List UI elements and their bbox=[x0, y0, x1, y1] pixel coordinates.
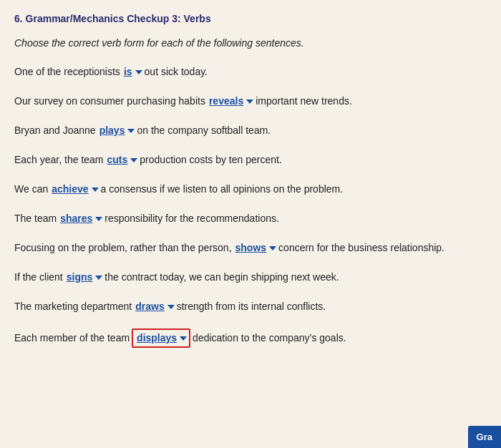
dropdown-container[interactable]: shows bbox=[234, 240, 277, 255]
sentence-before-text: Each member of the team bbox=[14, 331, 130, 346]
sentence-before-text: Our survey on consumer purchasing habits bbox=[14, 94, 205, 109]
sentence-after-text: important new trends. bbox=[256, 94, 352, 109]
sentences-container: One of the receptionists is out sick tod… bbox=[14, 63, 480, 349]
dropdown-word[interactable]: signs bbox=[65, 270, 94, 285]
dropdown-word[interactable]: displays bbox=[135, 331, 178, 346]
sentence-row: Bryan and Joanne plays on the company so… bbox=[14, 122, 480, 140]
dropdown-arrow-icon[interactable] bbox=[246, 99, 253, 104]
sentence-before-text: Bryan and Joanne bbox=[14, 123, 96, 138]
dropdown-word[interactable]: draws bbox=[134, 299, 165, 314]
dropdown-arrow-icon[interactable] bbox=[180, 336, 187, 341]
sentence-before-text: We can bbox=[14, 182, 48, 197]
sentence-row: Each member of the team displays dedicat… bbox=[14, 327, 480, 349]
sentence-before-text: Each year, the team bbox=[14, 152, 104, 167]
instruction: Choose the correct verb form for each of… bbox=[14, 37, 480, 49]
dropdown-arrow-icon[interactable] bbox=[95, 276, 102, 280]
dropdown-word[interactable]: achieve bbox=[50, 182, 89, 197]
sentence-before-text: If the client bbox=[14, 270, 63, 285]
sentence-row: Our survey on consumer purchasing habits… bbox=[14, 92, 480, 110]
dropdown-arrow-icon[interactable] bbox=[130, 158, 137, 162]
dropdown-word[interactable]: reveals bbox=[208, 94, 245, 109]
section-title: 6. Grammar/Mechanics Checkup 3: Verbs bbox=[14, 13, 480, 24]
dropdown-container[interactable]: achieve bbox=[50, 182, 98, 197]
dropdown-word[interactable]: shares bbox=[59, 211, 94, 226]
sentence-after-text: dedication to the company’s goals. bbox=[193, 331, 346, 346]
sentence-after-text: the contract today, we can begin shippin… bbox=[104, 270, 339, 285]
dropdown-arrow-icon[interactable] bbox=[92, 188, 99, 192]
dropdown-container[interactable]: cuts bbox=[106, 152, 138, 167]
sentence-row: The marketing department draws strength … bbox=[14, 298, 480, 316]
dropdown-arrow-icon[interactable] bbox=[95, 217, 102, 221]
dropdown-arrow-icon[interactable] bbox=[127, 129, 135, 133]
sentence-after-text: a consensus if we listen to all opinions… bbox=[101, 182, 344, 197]
sentence-after-text: production costs by ten percent. bbox=[140, 152, 281, 167]
dropdown-word[interactable]: is bbox=[122, 64, 134, 79]
sentence-row: The team shares responsibility for the r… bbox=[14, 210, 480, 228]
sentence-row: Each year, the team cuts production cost… bbox=[14, 151, 480, 169]
gra-button[interactable]: Gra bbox=[468, 426, 501, 448]
page-container: 6. Grammar/Mechanics Checkup 3: Verbs Ch… bbox=[0, 0, 501, 382]
sentence-before-text: The team bbox=[14, 211, 57, 226]
dropdown-arrow-icon[interactable] bbox=[167, 305, 175, 309]
sentence-before-text: Focusing on the problem, rather than the… bbox=[14, 240, 232, 255]
sentence-row: Focusing on the problem, rather than the… bbox=[14, 239, 480, 257]
sentence-after-text: strength from its internal conflicts. bbox=[177, 299, 326, 314]
dropdown-container[interactable]: is bbox=[122, 64, 142, 79]
sentence-row: If the client signs the contract today, … bbox=[14, 268, 480, 286]
sentence-after-text: on the company softball team. bbox=[137, 123, 271, 138]
dropdown-container[interactable]: reveals bbox=[208, 94, 253, 109]
dropdown-word[interactable]: cuts bbox=[106, 152, 130, 167]
dropdown-arrow-icon[interactable] bbox=[135, 70, 142, 74]
dropdown-container[interactable]: plays bbox=[98, 123, 135, 138]
dropdown-container[interactable]: draws bbox=[134, 299, 174, 314]
sentence-before-text: The marketing department bbox=[14, 299, 132, 314]
dropdown-container[interactable]: shares bbox=[59, 211, 102, 226]
dropdown-word[interactable]: plays bbox=[98, 123, 127, 138]
sentence-after-text: responsibility for the recommendations. bbox=[104, 211, 279, 226]
sentence-before-text: One of the receptionists bbox=[14, 64, 120, 79]
sentence-after-text: concern for the business relationship. bbox=[278, 240, 444, 255]
sentence-after-text: out sick today. bbox=[145, 64, 208, 79]
sentence-row: We can achieve a consensus if we listen … bbox=[14, 180, 480, 198]
dropdown-container[interactable]: displays bbox=[132, 328, 190, 348]
dropdown-arrow-icon[interactable] bbox=[269, 246, 276, 250]
dropdown-word[interactable]: shows bbox=[234, 240, 268, 255]
dropdown-container[interactable]: signs bbox=[65, 270, 103, 285]
sentence-row: One of the receptionists is out sick tod… bbox=[14, 63, 480, 81]
